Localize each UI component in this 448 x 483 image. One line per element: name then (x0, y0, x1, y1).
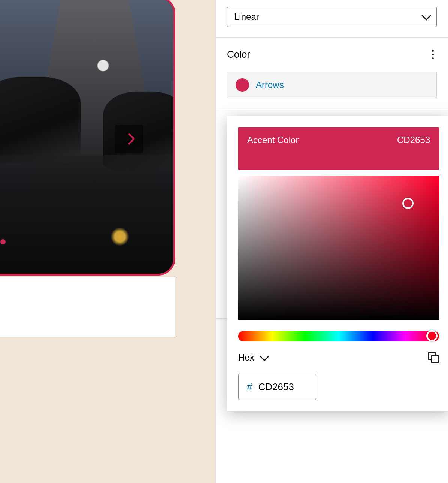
pagination-dot[interactable] (0, 239, 6, 244)
chevron-down-icon (260, 352, 269, 361)
accent-color-title: Accent Color (247, 135, 299, 145)
hex-value: CD2653 (258, 381, 294, 393)
hex-input[interactable]: # CD2653 (238, 374, 316, 400)
arrows-swatch (236, 78, 249, 92)
accent-color-banner: Accent Color CD2653 (238, 127, 439, 170)
color-section-heading: Color (227, 49, 250, 60)
gradient-type-select[interactable]: Linear (227, 7, 437, 27)
slider-image (0, 0, 173, 274)
saturation-value-area[interactable] (238, 176, 439, 320)
hash-prefix: # (247, 381, 252, 393)
gradient-type-value: Linear (234, 12, 259, 22)
slider-block[interactable] (0, 0, 175, 276)
caption-input[interactable] (0, 277, 175, 337)
color-mode-select[interactable]: Hex (238, 352, 268, 363)
slider-next-button[interactable] (115, 125, 143, 153)
hue-slider[interactable] (238, 331, 439, 341)
color-mode-label: Hex (238, 352, 254, 363)
color-row-arrows[interactable]: Arrows (227, 72, 437, 98)
arrows-label: Arrows (256, 80, 284, 90)
sv-handle[interactable] (402, 198, 414, 209)
chevron-right-icon (123, 133, 135, 145)
color-picker-popover: Accent Color CD2653 Hex # CD2653 (227, 116, 448, 411)
settings-sidebar: Linear Color Arrows Border WIDTH 4 RADIU… (216, 0, 448, 483)
color-options-menu-button[interactable] (429, 48, 437, 61)
copy-color-button[interactable] (428, 352, 439, 363)
editor-canvas (0, 0, 216, 483)
chevron-down-icon (421, 11, 431, 20)
hue-handle[interactable] (426, 330, 438, 341)
accent-color-code: CD2653 (397, 135, 430, 145)
